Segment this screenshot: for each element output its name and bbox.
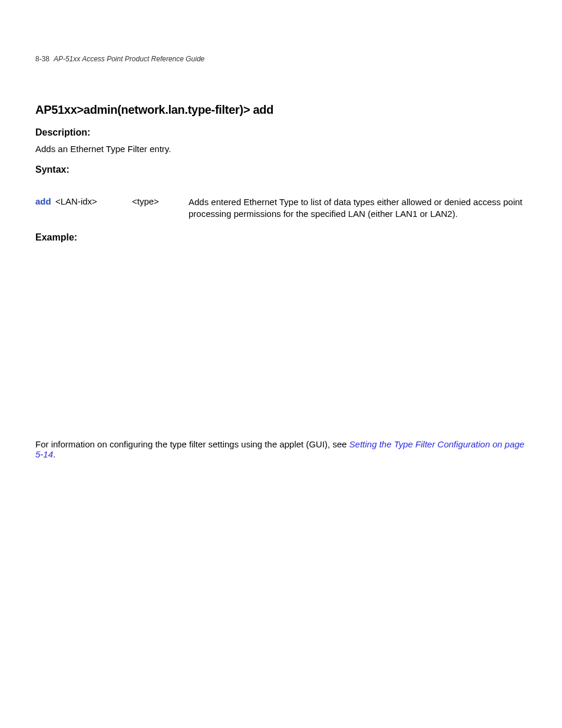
page-number: 8-38 [35, 55, 49, 63]
document-page: 8-38 AP-51xx Access Point Product Refere… [0, 0, 562, 278]
footer-period: . [53, 449, 55, 459]
description-text: Adds an Ethernet Type Filter entry. [35, 144, 527, 154]
syntax-description: Adds entered Ethernet Type to list of da… [189, 196, 527, 220]
footer-note: For information on configuring the type … [35, 439, 527, 459]
description-heading: Description: [35, 127, 527, 138]
syntax-command: add [35, 196, 55, 220]
syntax-heading: Syntax: [35, 164, 527, 175]
syntax-row: add <LAN-idx> <type> Adds entered Ethern… [35, 196, 527, 220]
syntax-arg-lan-idx: <LAN-idx> [55, 196, 132, 220]
page-header: 8-38 AP-51xx Access Point Product Refere… [35, 55, 527, 63]
example-heading: Example: [35, 232, 527, 243]
footer-text: For information on configuring the type … [35, 439, 349, 449]
syntax-arg-type: <type> [132, 196, 189, 220]
command-title: AP51xx>admin(network.lan.type-filter)> a… [35, 103, 527, 117]
doc-title: AP-51xx Access Point Product Reference G… [54, 55, 204, 63]
